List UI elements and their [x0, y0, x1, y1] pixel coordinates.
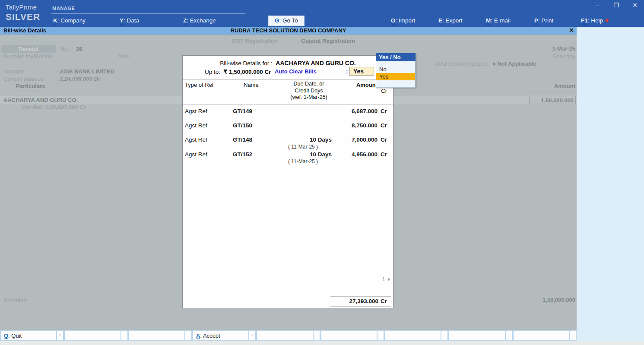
table-row[interactable]: Agst Ref GT/148 10 Days ( 11-Mar-25 ) 7,…	[183, 136, 393, 151]
menu-label: : Import	[396, 17, 416, 24]
dialog-total-amount: 27,393.000	[349, 298, 378, 304]
menu-export[interactable]: E: Export	[438, 17, 463, 24]
menu-email[interactable]: M: E-mail	[486, 17, 511, 24]
dialog-title-prefix: Bill-wise Details for :	[220, 60, 273, 66]
page-indicator[interactable]: 1 ▼	[382, 276, 391, 282]
colon: :	[27, 297, 29, 304]
auto-clear-toggle-field[interactable]: Yes	[349, 67, 374, 76]
total-rule-bottom	[330, 306, 391, 307]
hotkey: G	[275, 17, 279, 24]
brand-edition: SILVER	[6, 12, 40, 22]
col-due-date-line1: Due Date, or	[274, 81, 343, 87]
minimize-icon[interactable]: –	[590, 0, 605, 10]
menu-label: : Print	[538, 17, 553, 24]
menu-company[interactable]: K: Company	[53, 17, 86, 24]
ref-drcr: Cr	[381, 122, 387, 129]
hotkey: P	[534, 17, 538, 24]
menu-data[interactable]: Y: Data	[120, 17, 139, 24]
hotkey: A	[196, 332, 200, 339]
company-name: RUDRA TECH SOLUTION DEMO COMPANY	[0, 27, 577, 34]
menu-exchange[interactable]: Z: Exchange	[183, 17, 216, 24]
voucher-no-label: No.	[60, 46, 69, 52]
status-strip	[0, 341, 644, 345]
dropdown-header: Yes / No	[376, 53, 416, 61]
hotkey: F1	[581, 17, 588, 24]
right-side-panel	[577, 27, 644, 341]
menu-label: : Export	[442, 17, 463, 24]
hotkey: Y	[120, 17, 124, 24]
app-logo: TallyPrime SILVER	[6, 3, 40, 22]
current-balance-value: 2,24,096.000 Dr	[60, 76, 100, 82]
menu-label: : E-mail	[491, 17, 511, 24]
empty-caret-slot	[378, 331, 384, 340]
ref-amount: 4,956.000	[352, 151, 378, 158]
auto-clear-bills-link[interactable]: Auto Clear Bills	[275, 68, 317, 75]
quit-expand-caret[interactable]: ^	[57, 331, 63, 340]
empty-button-slot	[385, 331, 441, 340]
empty-caret-slot	[121, 331, 127, 340]
empty-button-slot	[129, 331, 184, 340]
cost-centre-label: Cost Centre/Classes	[435, 60, 486, 67]
empty-button-slot	[449, 331, 504, 340]
col-amount: Amount	[356, 82, 378, 88]
accept-expand-caret[interactable]: ^	[249, 331, 255, 340]
ref-amount: 6,687.000	[352, 108, 378, 114]
ref-name: GT/150	[233, 122, 252, 129]
menu-help[interactable]: F1: Help	[581, 17, 609, 24]
dialog-header: Bill-wise Details for : AACHARYA AND GUR…	[183, 56, 393, 79]
chevron-down-icon: ▼	[387, 277, 391, 282]
ref-amount: 7,000.000	[352, 136, 378, 143]
cost-centre-value: ♦ Not Applicable	[493, 60, 536, 67]
table-row[interactable]: Agst Ref GT/149 6,687.000 Cr	[183, 108, 393, 122]
supplier-ref-label: Supplier Inv/Ref No.	[3, 53, 54, 60]
accept-button[interactable]: A: Accept	[193, 331, 248, 340]
ref-drcr: Cr	[381, 151, 387, 158]
hotkey: M	[486, 17, 491, 24]
gst-registration-label: GST Registration	[232, 38, 278, 44]
brand-name: TallyPrime	[6, 3, 40, 11]
ref-due-date: ( 11-Mar-25 )	[274, 144, 332, 150]
hotkey: Z	[183, 17, 187, 24]
empty-caret-slot	[570, 331, 576, 340]
ref-name: GT/148	[233, 136, 252, 143]
voucher-total-amount: 1,50,000.000	[542, 297, 575, 303]
table-row[interactable]: Agst Ref GT/152 10 Days ( 11-Mar-25 ) 4,…	[183, 151, 393, 166]
bottom-button-bar: Q: Quit ^ A: Accept ^	[0, 330, 577, 341]
button-label: : Quit	[8, 332, 22, 339]
screen-title-bar: Bill-wise Details RUDRA TECH SOLUTION DE…	[0, 27, 577, 35]
upto-label: Up to:	[205, 69, 220, 75]
menu-label: : Exchange	[187, 17, 216, 24]
table-row[interactable]: Agst Ref GT/150 8,750.000 Cr	[183, 122, 393, 136]
total-rule-top	[330, 296, 391, 297]
current-balance-label: Current balance	[3, 76, 44, 82]
dialog-party-name: AACHARYA AND GURU CO.	[276, 60, 355, 66]
bill-wise-details-dialog: Bill-wise Details for : AACHARYA AND GUR…	[182, 55, 393, 308]
dropdown-option-yes[interactable]: Yes	[376, 73, 415, 80]
narration-label: Narration	[3, 297, 26, 304]
manage-underline	[51, 13, 245, 14]
col-due-date-line3: (wef: 1-Mar-25)	[274, 94, 343, 100]
ref-name: GT/149	[233, 108, 252, 114]
menu-print[interactable]: P: Print	[534, 17, 553, 24]
empty-caret-slot	[506, 331, 512, 340]
colon: :	[157, 53, 159, 60]
dropdown-option-no[interactable]: No	[376, 66, 415, 73]
ref-due: 10 Days	[274, 136, 332, 143]
menu-label: : Help	[588, 17, 603, 24]
button-label: : Accept	[200, 332, 220, 339]
dialog-total-drcr: Cr	[381, 298, 387, 304]
colon: :	[50, 53, 51, 60]
particulars-header: Particulars	[16, 83, 45, 89]
table-header-rule	[183, 104, 393, 105]
restore-icon[interactable]: ❐	[609, 0, 624, 10]
menu-import[interactable]: O: Import	[391, 17, 415, 24]
ref-drcr: Cr	[381, 108, 387, 114]
hotkey: O	[391, 17, 396, 24]
colon: :	[346, 68, 348, 75]
quit-button[interactable]: Q: Quit	[1, 331, 56, 340]
col-name: Name	[244, 82, 259, 88]
ref-type: Agst Ref	[185, 136, 207, 143]
menu-go-to[interactable]: G: Go To	[268, 16, 305, 26]
close-window-icon[interactable]: ✕	[628, 0, 642, 10]
close-screen-icon[interactable]: ✕	[569, 27, 574, 34]
